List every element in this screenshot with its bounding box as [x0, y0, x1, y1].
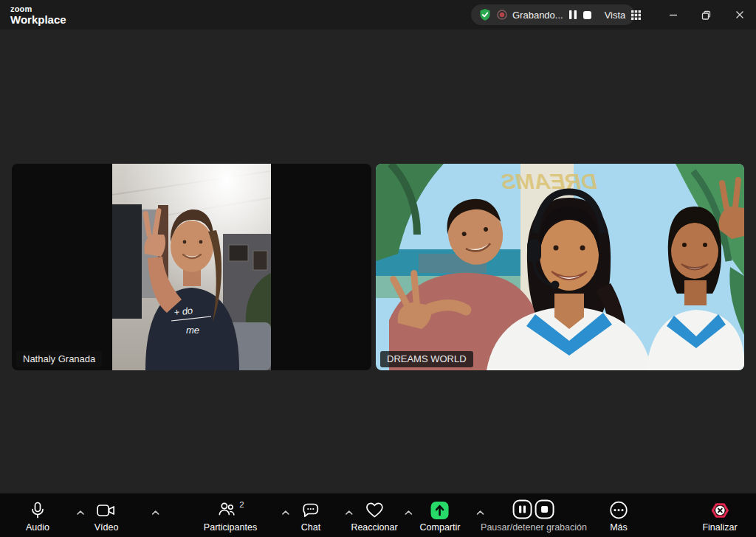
- dreams-world-video-scene: DREAMS: [376, 164, 744, 370]
- end-label: Finalizar: [702, 522, 737, 533]
- logo-zoom-text: zoom: [10, 5, 66, 13]
- end-meeting-button[interactable]: Finalizar: [702, 493, 737, 537]
- view-grid-icon[interactable]: [630, 10, 642, 21]
- react-button[interactable]: Reaccionar: [351, 493, 397, 537]
- share-label: Compartir: [420, 522, 461, 533]
- chat-icon: [302, 500, 320, 520]
- svg-text:DREAMS: DREAMS: [501, 169, 597, 193]
- video-options-chevron[interactable]: [150, 505, 162, 519]
- video-tile-nathaly[interactable]: + do me Nathaly Granada: [12, 164, 371, 370]
- participants-options-chevron[interactable]: [280, 505, 292, 519]
- title-bar: zoom Workplace Grabando...: [0, 0, 756, 30]
- pause-recording-square-icon[interactable]: [512, 499, 532, 522]
- microphone-icon: [30, 500, 46, 520]
- audio-button[interactable]: Audio: [26, 493, 49, 537]
- more-label: Más: [610, 522, 628, 533]
- svg-text:me: me: [186, 325, 199, 336]
- close-window-button[interactable]: [723, 0, 756, 30]
- video-grid: + do me Nathaly Granada DREAMS: [12, 164, 744, 370]
- stop-recording-square-icon[interactable]: [535, 499, 554, 522]
- recording-status-pill: Grabando... Vista: [471, 4, 635, 25]
- heart-icon: [365, 500, 384, 520]
- video-label: Vídeo: [94, 522, 119, 533]
- security-shield-icon[interactable]: [478, 8, 492, 21]
- window-controls: [656, 0, 756, 30]
- react-label: Reaccionar: [351, 522, 397, 533]
- audio-label: Audio: [26, 522, 49, 533]
- recording-dot-icon: [497, 10, 507, 20]
- participant-name-tag: DREAMS WORLD: [380, 351, 473, 367]
- share-button[interactable]: Compartir: [420, 493, 461, 537]
- nathaly-video-scene: + do me: [112, 164, 271, 370]
- restore-button[interactable]: [690, 0, 723, 30]
- zoom-workplace-logo: zoom Workplace: [0, 5, 66, 25]
- share-screen-icon: [430, 500, 450, 520]
- video-button[interactable]: Vídeo: [94, 493, 119, 537]
- participant-name-tag: Nathaly Granada: [16, 351, 102, 367]
- view-label[interactable]: Vista: [605, 10, 626, 21]
- video-tile-dreams-world[interactable]: DREAMS: [376, 164, 744, 370]
- logo-workplace-text: Workplace: [10, 14, 66, 25]
- pause-stop-recording-button[interactable]: Pausar/detener grabación: [481, 493, 587, 537]
- svg-text:+ do: + do: [173, 305, 193, 318]
- more-button[interactable]: Más: [610, 493, 628, 537]
- stop-recording-icon[interactable]: [583, 10, 592, 20]
- meeting-toolbar: Audio Vídeo 2: [0, 493, 756, 537]
- recording-label: Grabando...: [512, 10, 563, 21]
- record-label: Pausar/detener grabación: [481, 522, 587, 533]
- end-meeting-icon: [709, 500, 730, 520]
- chat-label: Chat: [301, 522, 320, 533]
- chat-button[interactable]: Chat: [301, 493, 320, 537]
- participants-icon: [217, 500, 236, 520]
- participants-count-badge: 2: [239, 500, 244, 509]
- minimize-button[interactable]: [656, 0, 690, 30]
- pause-recording-icon[interactable]: [568, 10, 577, 20]
- participants-button[interactable]: 2 Participantes: [204, 493, 257, 537]
- more-ellipsis-icon: [610, 500, 628, 520]
- camera-icon: [97, 500, 116, 520]
- react-options-chevron[interactable]: [402, 505, 414, 519]
- participants-label: Participantes: [204, 522, 257, 533]
- audio-options-chevron[interactable]: [75, 505, 86, 519]
